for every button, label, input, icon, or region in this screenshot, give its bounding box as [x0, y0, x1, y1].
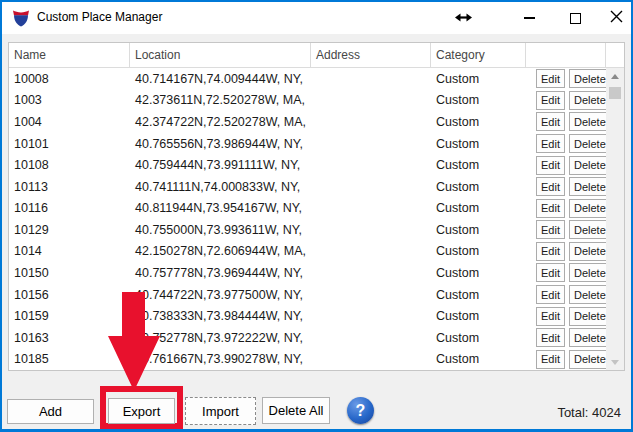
column-header-scroll-spacer [606, 43, 624, 67]
minimize-button[interactable] [508, 2, 550, 34]
delete-all-button[interactable]: Delete All [262, 397, 330, 424]
add-button[interactable]: Add [7, 399, 94, 424]
cell-category: Custom [431, 137, 526, 151]
edit-button[interactable]: Edit [536, 199, 565, 218]
cell-category: Custom [431, 352, 526, 366]
delete-button[interactable]: Delete [569, 263, 611, 282]
cell-category: Custom [431, 288, 526, 302]
edit-button[interactable]: Edit [536, 156, 565, 175]
cell-location: 42.150278N,72.606944W, MA, [130, 244, 311, 258]
table-body: 1000840.714167N,74.009444W, NY,CustomEdi… [9, 68, 606, 370]
delete-button[interactable]: Delete [569, 177, 611, 196]
vertical-scrollbar[interactable] [606, 68, 624, 370]
cell-name: 10101 [9, 137, 130, 151]
resize-button[interactable] [442, 2, 484, 34]
cell-category: Custom [431, 201, 526, 215]
titlebar: Custom Place Manager [2, 2, 631, 34]
cell-actions: EditDelete [526, 307, 611, 326]
export-button[interactable]: Export [108, 398, 175, 424]
cell-location: 40.761667N,73.990278W, NY, [130, 352, 311, 366]
cell-name: 10108 [9, 158, 130, 172]
table-row[interactable]: 1011640.811944N,73.954167W, NY,CustomEdi… [9, 197, 606, 219]
cell-actions: EditDelete [526, 177, 611, 196]
cell-actions: EditDelete [526, 91, 611, 110]
table-row[interactable]: 100342.373611N,72.520278W, MA,CustomEdit… [9, 90, 606, 112]
edit-button[interactable]: Edit [536, 242, 565, 261]
cell-name: 10156 [9, 288, 130, 302]
interstate-shield-icon [11, 8, 31, 28]
edit-button[interactable]: Edit [536, 177, 565, 196]
help-button[interactable]: ? [347, 397, 374, 424]
edit-button[interactable]: Edit [536, 134, 565, 153]
edit-button[interactable]: Edit [536, 69, 565, 88]
delete-button[interactable]: Delete [569, 328, 611, 347]
column-header-location[interactable]: Location [130, 43, 311, 67]
cell-category: Custom [431, 223, 526, 237]
column-header-name[interactable]: Name [9, 43, 130, 67]
table-row[interactable]: 101442.150278N,72.606944W, MA,CustomEdit… [9, 241, 606, 263]
table-row[interactable]: 1016340.752778N,73.972222W, NY,CustomEdi… [9, 327, 606, 349]
scrollbar-up-button[interactable] [606, 68, 624, 84]
table-row[interactable]: 1011340.741111N,74.000833W, NY,CustomEdi… [9, 176, 606, 198]
cell-name: 10159 [9, 309, 130, 323]
table-row[interactable]: 1015040.757778N,73.969444W, NY,CustomEdi… [9, 262, 606, 284]
horizontal-resize-arrows-icon [455, 11, 472, 26]
delete-button[interactable]: Delete [569, 350, 611, 369]
table-row[interactable]: 1015940.738333N,73.984444W, NY,CustomEdi… [9, 305, 606, 327]
cell-location: 40.752778N,73.972222W, NY, [130, 331, 311, 345]
delete-button[interactable]: Delete [569, 285, 611, 304]
cell-location: 40.755000N,73.993611W, NY, [130, 223, 311, 237]
minimize-icon [524, 17, 535, 19]
edit-button[interactable]: Edit [536, 285, 565, 304]
table-header: Name Location Address Category [9, 43, 624, 68]
table-row[interactable]: 1015640.744722N,73.977500W, NY,CustomEdi… [9, 284, 606, 306]
delete-button[interactable]: Delete [569, 199, 611, 218]
scroll-up-arrow-icon [611, 74, 619, 79]
table-row[interactable]: 1010840.759444N,73.991111W, NY,CustomEdi… [9, 154, 606, 176]
cell-name: 10008 [9, 72, 130, 86]
cell-location: 42.373611N,72.520278W, MA, [130, 93, 311, 107]
column-header-category[interactable]: Category [431, 43, 526, 67]
maximize-button[interactable] [554, 2, 596, 34]
scrollbar-down-button[interactable] [606, 354, 624, 370]
scroll-down-arrow-icon [611, 360, 619, 365]
column-header-address[interactable]: Address [311, 43, 431, 67]
scrollbar-thumb[interactable] [609, 87, 621, 99]
table-row[interactable]: 1012940.755000N,73.993611W, NY,CustomEdi… [9, 219, 606, 241]
table-row[interactable]: 100442.374722N,72.520278W, MA,CustomEdit… [9, 111, 606, 133]
table-row[interactable]: 1000840.714167N,74.009444W, NY,CustomEdi… [9, 68, 606, 90]
edit-button[interactable]: Edit [536, 350, 565, 369]
delete-button[interactable]: Delete [569, 156, 611, 175]
delete-button[interactable]: Delete [569, 242, 611, 261]
cell-location: 40.714167N,74.009444W, NY, [130, 72, 311, 86]
delete-button[interactable]: Delete [569, 307, 611, 326]
cell-name: 1004 [9, 115, 130, 129]
cell-location: 40.741111N,74.000833W, NY, [130, 180, 311, 194]
cell-actions: EditDelete [526, 156, 611, 175]
delete-button[interactable]: Delete [569, 220, 611, 239]
cell-location: 40.759444N,73.991111W, NY, [130, 158, 311, 172]
table-row[interactable]: 1018540.761667N,73.990278W, NY,CustomEdi… [9, 349, 606, 371]
delete-button[interactable]: Delete [569, 134, 611, 153]
delete-button[interactable]: Delete [569, 69, 611, 88]
edit-button[interactable]: Edit [536, 328, 565, 347]
question-mark-icon: ? [356, 402, 366, 420]
edit-button[interactable]: Edit [536, 307, 565, 326]
delete-button[interactable]: Delete [569, 112, 611, 131]
cell-name: 10116 [9, 201, 130, 215]
cell-location: 40.757778N,73.969444W, NY, [130, 266, 311, 280]
cell-category: Custom [431, 93, 526, 107]
cell-category: Custom [431, 309, 526, 323]
edit-button[interactable]: Edit [536, 112, 565, 131]
cell-category: Custom [431, 72, 526, 86]
cell-category: Custom [431, 115, 526, 129]
edit-button[interactable]: Edit [536, 263, 565, 282]
cell-actions: EditDelete [526, 263, 611, 282]
import-button[interactable]: Import [185, 397, 256, 425]
delete-button[interactable]: Delete [569, 91, 611, 110]
edit-button[interactable]: Edit [536, 220, 565, 239]
close-button[interactable] [598, 2, 633, 34]
table-row[interactable]: 1010140.765556N,73.986944W, NY,CustomEdi… [9, 133, 606, 155]
cell-actions: EditDelete [526, 220, 611, 239]
edit-button[interactable]: Edit [536, 91, 565, 110]
